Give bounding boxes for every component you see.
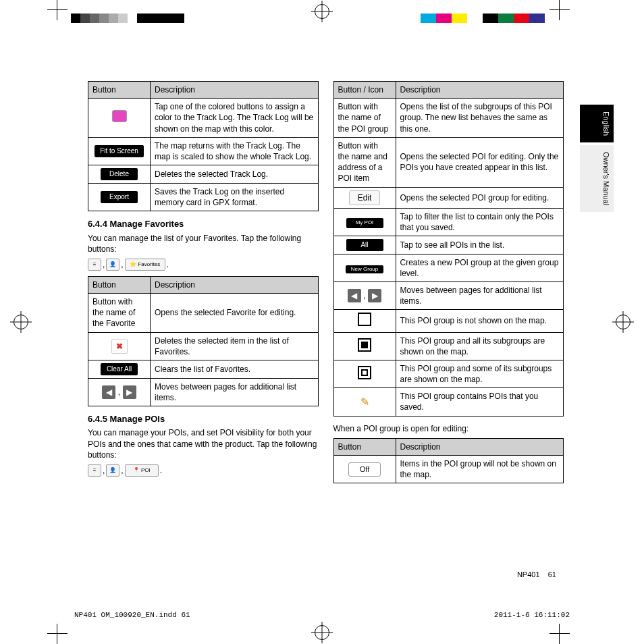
- all-button: All: [346, 239, 383, 251]
- table-row: Delete Deletes the selected Track Log.: [88, 165, 319, 184]
- cell-desc: Opens the list of the subgroups of this …: [396, 99, 564, 138]
- cell-desc: Clears the list of Favorites.: [151, 360, 319, 379]
- cell-desc: Moves between pages for additional list …: [151, 378, 319, 406]
- cell-desc: Opens the selected POI group for editing…: [396, 187, 564, 208]
- arrow-right-icon: ▶: [123, 385, 136, 399]
- cell-desc: This POI group contains POIs that you sa…: [396, 388, 564, 416]
- print-file: NP401 OM_100920_EN.indd 61: [74, 610, 190, 620]
- print-footer: NP401 OM_100920_EN.indd 61 2011-1-6 16:1…: [74, 610, 570, 620]
- table-row: ◀ , ▶ Moves between pages for additional…: [333, 281, 564, 309]
- cell-desc: This POI group is not shown on the map.: [396, 310, 564, 332]
- table-favorites-buttons: Button Description Button with the name …: [88, 276, 319, 406]
- table-row: All Tap to see all POIs in the list.: [333, 236, 564, 254]
- poi-icon: 📍 POI: [125, 464, 159, 477]
- registration-mark: [315, 625, 329, 640]
- print-timestamp: 2011-1-6 16:11:02: [494, 610, 570, 620]
- page-footer: NP401 61: [517, 570, 556, 580]
- cell-desc: Tap to filter the list to contain only t…: [396, 208, 564, 236]
- cell-desc: This POI group and some of its subgroups…: [396, 360, 564, 387]
- color-swatch-icon: [112, 110, 127, 122]
- square-empty-icon: [358, 313, 371, 326]
- table-row: Button with the name and address of a PO…: [333, 137, 564, 187]
- cell-btn-text: Button with the name of the POI group: [333, 99, 396, 138]
- delete-button: Delete: [101, 168, 138, 180]
- table-row: My POI Tap to filter the list to contain…: [333, 208, 564, 236]
- table-row: Button with the name of the Favorite Ope…: [88, 294, 319, 333]
- crop-mark: [549, 624, 570, 644]
- cell-desc: Tap to see all POIs in the list.: [396, 236, 564, 254]
- cell-desc: Items in the POI group will not be shown…: [396, 456, 564, 483]
- th-button: Button: [88, 276, 151, 293]
- arrow-right-icon: ▶: [368, 289, 381, 302]
- my-poi-button: My POI: [346, 218, 383, 228]
- para-645: You can manage your POIs, and set POI vi…: [88, 427, 319, 460]
- para-644: You can manage the list of your Favorite…: [88, 233, 319, 254]
- cell-desc: Tap one of the colored buttons to assign…: [151, 99, 319, 138]
- th-button-icon: Button / Icon: [333, 82, 396, 99]
- pencil-icon: [358, 395, 371, 407]
- cell-desc: This POI group and all its subgroups are…: [396, 332, 564, 360]
- arrow-left-icon: ◀: [348, 289, 361, 302]
- heading-644: 6.4.4 Manage Favorites: [88, 218, 319, 230]
- page-number: 61: [548, 570, 556, 579]
- cell-btn-text: Button with the name of the Favorite: [88, 294, 151, 333]
- th-description: Description: [151, 276, 319, 293]
- cell-desc: Deletes the selected item in the list of…: [151, 332, 319, 360]
- export-button: Export: [101, 191, 138, 203]
- tab-english: English: [580, 105, 614, 142]
- menu-icon: ≡: [88, 259, 101, 271]
- table-row: Off Items in the POI group will not be s…: [333, 456, 564, 483]
- menu-icon: ≡: [88, 464, 101, 477]
- table-row: Tap one of the colored buttons to assign…: [88, 99, 319, 138]
- cell-desc: Opens the selected POI for editing. Only…: [396, 137, 564, 187]
- table-row: This POI group contains POIs that you sa…: [333, 388, 564, 416]
- crop-mark: [47, 0, 68, 20]
- para-poi-editing: When a POI group is open for editing:: [333, 423, 564, 434]
- edit-button: Edit: [349, 190, 381, 205]
- table-row: Clear All Clears the list of Favorites.: [88, 360, 319, 379]
- heading-645: 6.4.5 Manage POIs: [88, 413, 319, 425]
- square-partial-icon: [358, 366, 371, 379]
- arrow-left-icon: ◀: [102, 385, 115, 399]
- th-description: Description: [151, 82, 319, 99]
- new-group-button: New Group: [346, 265, 383, 273]
- table-row: Edit Opens the selected POI group for ed…: [333, 187, 564, 208]
- table-tracklog-buttons: Button Description Tap one of the colore…: [88, 81, 319, 211]
- delete-x-icon: ✖: [111, 339, 128, 354]
- th-button: Button: [88, 82, 151, 99]
- table-row: This POI group is not shown on the map.: [333, 310, 564, 332]
- fit-to-screen-button: Fit to Screen: [95, 145, 144, 157]
- square-filled-icon: [358, 338, 371, 352]
- table-row: This POI group and all its subgroups are…: [333, 332, 564, 360]
- button-path-644: ≡, 👤, ⭐ Favorites.: [88, 259, 319, 271]
- th-description: Description: [396, 82, 564, 99]
- right-column: Button / Icon Description Button with th…: [333, 81, 564, 490]
- button-path-645: ≡, 👤, 📍 POI.: [88, 464, 319, 477]
- clear-all-button: Clear All: [101, 363, 138, 375]
- registration-mark: [616, 315, 630, 329]
- cell-desc: Opens the selected Favorite for editing.: [151, 294, 319, 333]
- tab-owners-manual: Owner's Manual: [580, 145, 614, 212]
- cell-btn-text: Button with the name and address of a PO…: [333, 137, 396, 187]
- manage-icon: 👤: [106, 464, 119, 477]
- favorites-icon: ⭐ Favorites: [125, 259, 165, 271]
- crop-mark: [47, 624, 68, 644]
- off-button: Off: [348, 462, 381, 477]
- table-poi-buttons: Button / Icon Description Button with th…: [333, 81, 564, 417]
- cell-desc: Saves the Track Log on the inserted memo…: [151, 183, 319, 211]
- table-row: Export Saves the Track Log on the insert…: [88, 183, 319, 211]
- table-row: ✖ Deletes the selected item in the list …: [88, 332, 319, 360]
- side-tabs: English Owner's Manual: [580, 105, 614, 212]
- table-row: Button with the name of the POI group Op…: [333, 99, 564, 138]
- page-content: Button Description Tap one of the colore…: [88, 81, 564, 490]
- table-poi-editing: Button Description Off Items in the POI …: [333, 438, 564, 484]
- cell-desc: Moves between pages for additional list …: [396, 281, 564, 309]
- cell-desc: Creates a new POI group at the given gro…: [396, 254, 564, 281]
- cell-desc: Deletes the selected Track Log.: [151, 165, 319, 184]
- registration-mark: [315, 4, 329, 19]
- table-row: New Group Creates a new POI group at the…: [333, 254, 564, 281]
- manage-icon: 👤: [106, 259, 119, 271]
- left-column: Button Description Tap one of the colore…: [88, 81, 319, 490]
- table-row: Fit to Screen The map returns with the T…: [88, 137, 319, 165]
- table-row: This POI group and some of its subgroups…: [333, 360, 564, 387]
